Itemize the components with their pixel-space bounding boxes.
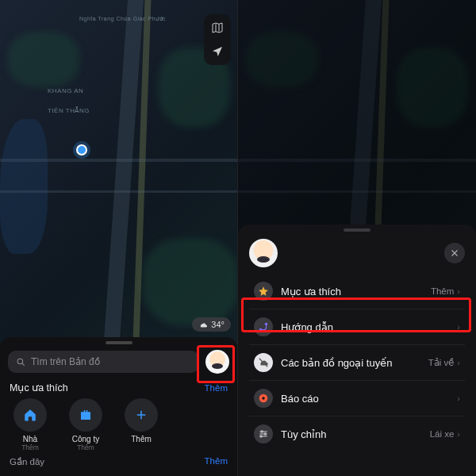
recent-more-link[interactable]: Thêm — [205, 456, 228, 467]
route-icon — [254, 317, 273, 336]
screenshot-right: Mục ưa thích Thêm› Hướng dẫn › Các bản đ… — [238, 0, 476, 476]
menu-favorites[interactable]: Mục ưa thích Thêm› — [249, 274, 465, 309]
user-location-dot — [76, 144, 87, 155]
favorites-more-link[interactable]: Thêm — [205, 383, 228, 393]
cloud-icon — [198, 320, 208, 329]
recent-title: Gần đây — [10, 456, 44, 467]
favorites-title: Mục ưa thích — [10, 382, 68, 393]
menu-label: Hướng dẫn — [281, 321, 446, 333]
svg-point-16 — [260, 436, 262, 437]
profile-avatar[interactable] — [249, 239, 278, 267]
recent-header: Gần đây Thêm — [8, 451, 229, 467]
weather-temp: 34° — [211, 320, 225, 329]
favorite-add[interactable]: Thêm — [121, 398, 162, 451]
svg-point-15 — [264, 433, 266, 435]
favorites-row: Nhà Thêm Công ty Thêm Thêm — [8, 398, 229, 451]
favorite-sub: Thêm — [77, 443, 94, 451]
offline-maps-icon — [254, 353, 273, 372]
menu-tail: Thêm› — [431, 286, 460, 296]
sliders-icon — [254, 424, 273, 443]
menu-tail: Tải về› — [428, 357, 460, 368]
svg-line-1 — [22, 363, 25, 365]
svg-point-0 — [17, 359, 23, 364]
search-input[interactable] — [31, 356, 191, 367]
map-mode-button[interactable] — [209, 19, 226, 36]
plus-icon — [125, 398, 158, 432]
menu-report[interactable]: Báo cáo › — [249, 381, 465, 416]
menu-tail: › — [454, 322, 460, 332]
locate-me-button[interactable] — [209, 43, 226, 60]
star-icon — [254, 282, 273, 301]
favorite-label: Nhà — [23, 435, 37, 443]
weather-chip[interactable]: 34° — [192, 317, 231, 332]
home-icon — [13, 398, 47, 432]
menu-offline-maps[interactable]: Các bản đồ ngoại tuyến Tải về› — [249, 345, 465, 381]
favorite-home[interactable]: Nhà Thêm — [10, 398, 51, 451]
menu-tail: › — [454, 393, 460, 403]
profile-menu: Mục ưa thích Thêm› Hướng dẫn › Các bản đ… — [249, 274, 465, 451]
svg-point-7 — [265, 323, 267, 324]
profile-avatar[interactable] — [205, 350, 229, 374]
briefcase-icon — [69, 398, 102, 432]
favorites-header: Mục ưa thích Thêm — [10, 382, 228, 393]
screenshot-left: KHANG AN TIÊN THẮNG Nghĩa Trang Chùa Giá… — [0, 0, 238, 476]
svg-point-14 — [261, 431, 263, 432]
bottom-sheet: Mục ưa thích Thêm Nhà Thêm Công ty Thêm … — [0, 337, 237, 476]
search-field[interactable] — [8, 351, 199, 373]
menu-tail: Lái xe› — [430, 429, 460, 439]
menu-label: Mục ưa thích — [281, 286, 423, 298]
favorite-label: Công ty — [72, 435, 99, 443]
profile-sheet: Mục ưa thích Thêm› Hướng dẫn › Các bản đ… — [238, 225, 476, 476]
report-icon — [254, 389, 273, 408]
favorite-work[interactable]: Công ty Thêm — [65, 398, 106, 451]
map-controls — [204, 14, 231, 65]
menu-label: Báo cáo — [281, 393, 446, 405]
menu-label: Tùy chỉnh — [281, 428, 422, 440]
menu-guides[interactable]: Hướng dẫn › — [249, 309, 465, 345]
svg-point-6 — [259, 328, 261, 330]
menu-customize[interactable]: Tùy chỉnh Lái xe› — [249, 416, 465, 451]
map-label: TIÊN THẮNG — [48, 107, 90, 114]
menu-label: Các bản đồ ngoại tuyến — [281, 357, 420, 369]
favorite-label: Thêm — [131, 435, 152, 443]
favorite-sub: Thêm — [21, 443, 39, 451]
map-label: Nghĩa Trang Chùa Giác Phước — [79, 16, 166, 22]
close-icon — [450, 248, 459, 258]
close-button[interactable] — [444, 243, 465, 263]
svg-point-10 — [262, 397, 265, 400]
map-label: KHANG AN — [48, 87, 83, 94]
search-icon — [16, 357, 26, 367]
